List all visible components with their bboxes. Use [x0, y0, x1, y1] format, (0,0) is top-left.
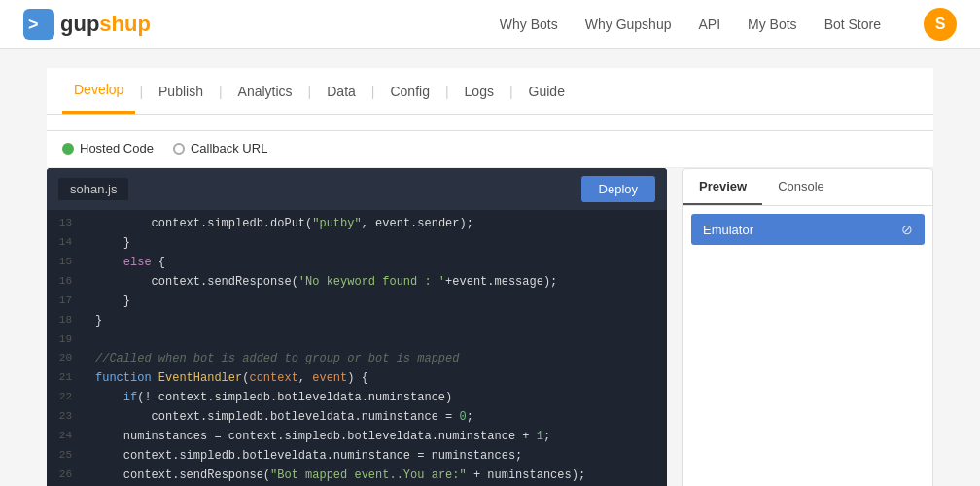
- tab-guide[interactable]: Guide: [517, 70, 577, 113]
- hosted-code-label: Hosted Code: [80, 141, 154, 156]
- sub-options: Hosted Code Callback URL: [47, 131, 933, 168]
- tab-logs[interactable]: Logs: [453, 70, 506, 113]
- code-line-25: 25 context.simpledb.botleveldata.numinst…: [47, 446, 667, 466]
- code-line-24: 24 numinstances = context.simpledb.botle…: [47, 427, 667, 446]
- tabs-wrapper: Develop | Publish | Analytics | Data | C…: [47, 68, 933, 131]
- nav-api[interactable]: API: [698, 17, 720, 32]
- avatar[interactable]: S: [924, 8, 957, 41]
- nav-my-bots[interactable]: My Bots: [748, 17, 797, 32]
- tab-data[interactable]: Data: [315, 70, 368, 113]
- tab-analytics[interactable]: Analytics: [227, 70, 304, 113]
- code-line-16: 16 context.sendResponse('No keyword foun…: [47, 272, 667, 292]
- logo-text: gupshup: [60, 12, 151, 37]
- code-line-19: 19: [47, 330, 667, 349]
- hosted-code-option[interactable]: Hosted Code: [62, 141, 154, 156]
- code-line-18: 18 }: [47, 311, 667, 330]
- code-line-26: 26 context.sendResponse("Bot mapped even…: [47, 466, 667, 485]
- sep-4: |: [368, 84, 379, 99]
- code-line-15: 15 else {: [47, 253, 667, 272]
- emulator-label: Emulator: [703, 223, 753, 237]
- main-container: Develop | Publish | Analytics | Data | C…: [23, 49, 957, 486]
- code-body[interactable]: 13 context.simpledb.doPut("putby", event…: [47, 210, 667, 486]
- tab-config[interactable]: Config: [378, 70, 440, 113]
- nav-bot-store[interactable]: Bot Store: [824, 17, 881, 32]
- callback-url-label: Callback URL: [191, 141, 267, 156]
- code-line-13: 13 context.simpledb.doPut("putby", event…: [47, 214, 667, 233]
- tab-develop[interactable]: Develop: [62, 68, 135, 114]
- callback-url-option[interactable]: Callback URL: [173, 141, 267, 156]
- preview-panel: Preview Console Emulator ⊘: [682, 168, 933, 486]
- code-line-20: 20 //Called when bot is added to group o…: [47, 349, 667, 368]
- tab-console[interactable]: Console: [762, 169, 840, 205]
- code-line-22: 22 if(! context.simpledb.botleveldata.nu…: [47, 388, 667, 407]
- nav-why-bots[interactable]: Why Bots: [500, 17, 558, 32]
- preview-tabs: Preview Console: [683, 169, 932, 206]
- logo: > gupshup: [23, 9, 151, 40]
- content-area: sohan.js Deploy 13 context.simpledb.doPu…: [47, 168, 933, 486]
- header: > gupshup Why Bots Why Gupshup API My Bo…: [0, 0, 980, 49]
- sep-3: |: [304, 84, 316, 99]
- code-line-14: 14 }: [47, 233, 667, 253]
- logo-icon: >: [23, 9, 54, 40]
- emulator-close-icon[interactable]: ⊘: [901, 222, 913, 237]
- hosted-code-radio-dot: [62, 143, 74, 155]
- svg-text:>: >: [28, 15, 39, 34]
- sep-2: |: [215, 84, 227, 99]
- logo-gup: gup: [60, 12, 99, 36]
- sep-1: |: [135, 84, 147, 99]
- editor-header: sohan.js Deploy: [47, 168, 667, 210]
- nav-why-gupshup[interactable]: Why Gupshup: [585, 17, 672, 32]
- sep-6: |: [506, 84, 517, 99]
- tab-preview[interactable]: Preview: [683, 169, 762, 205]
- emulator-bar: Emulator ⊘: [691, 214, 925, 245]
- nav-links: Why Bots Why Gupshup API My Bots Bot Sto…: [500, 8, 957, 41]
- tabs: Develop | Publish | Analytics | Data | C…: [47, 68, 933, 115]
- code-line-23: 23 context.simpledb.botleveldata.numinst…: [47, 407, 667, 427]
- deploy-button[interactable]: Deploy: [581, 176, 655, 202]
- tab-publish[interactable]: Publish: [147, 70, 215, 113]
- code-line-21: 21 function EventHandler(context, event)…: [47, 368, 667, 388]
- sep-5: |: [441, 84, 453, 99]
- logo-shup: shup: [99, 12, 151, 36]
- preview-chat-area: [683, 253, 932, 486]
- file-tab[interactable]: sohan.js: [58, 178, 128, 200]
- callback-url-radio-dot: [173, 143, 185, 155]
- code-editor: sohan.js Deploy 13 context.simpledb.doPu…: [47, 168, 667, 486]
- code-line-17: 17 }: [47, 292, 667, 311]
